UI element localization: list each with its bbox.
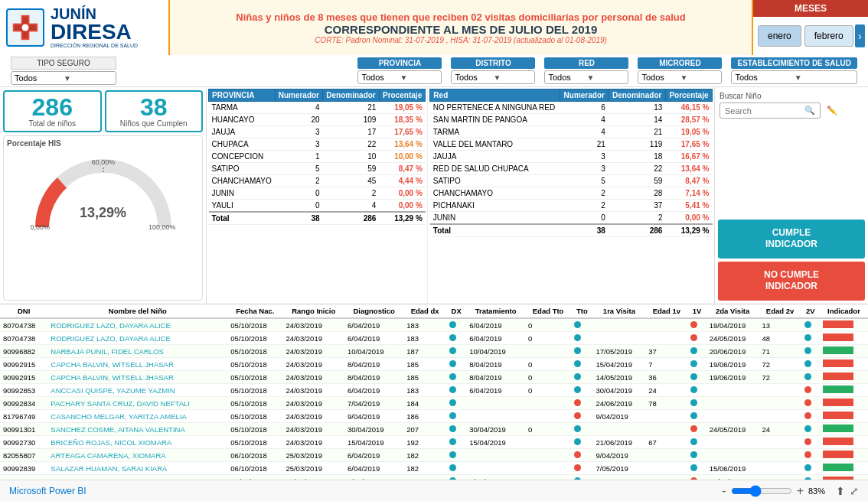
establecimiento-arrow-icon: ▼ xyxy=(795,73,853,82)
microred-label: MICRORED xyxy=(638,57,722,69)
logo-cross-icon xyxy=(6,8,44,47)
table-row: 5 xyxy=(560,175,609,187)
table-cell xyxy=(645,423,687,436)
expand-icon[interactable]: ⤢ xyxy=(850,485,859,497)
table-cell xyxy=(687,462,706,475)
cumple-indicador-button[interactable]: CUMPLE INDICADOR xyxy=(718,220,865,259)
zoom-plus-button[interactable]: + xyxy=(797,484,804,498)
mes-enero-button[interactable]: enero xyxy=(758,25,801,47)
table-cell xyxy=(820,318,868,332)
table-row: TARMA xyxy=(209,102,276,114)
table-cell xyxy=(446,358,466,371)
table-cell: 24/06/2019 xyxy=(592,397,645,410)
table-cell: 24 xyxy=(645,384,687,397)
table-cell xyxy=(446,371,466,384)
no-cumple-indicador-button[interactable]: NO CUMPLE INDICADOR xyxy=(718,262,865,301)
table-cell: 0 xyxy=(525,318,571,332)
gauge-label-left: 0,00% xyxy=(31,223,51,231)
meses-next-button[interactable]: › xyxy=(855,24,865,47)
zoom-slider[interactable] xyxy=(731,485,792,497)
table-cell xyxy=(801,318,820,332)
data-table-row: 90991301SANCHEZ COSME, AITANA VALENTINA0… xyxy=(0,423,868,436)
powerbi-link[interactable]: Microsoft Power BI xyxy=(9,486,86,496)
table-row: 59 xyxy=(323,163,380,175)
data-table-header: Tratamiento xyxy=(466,304,525,318)
table-cell: 90992839 xyxy=(0,462,47,475)
table-row: 4 xyxy=(560,114,609,126)
table-cell: 81796749 xyxy=(0,410,47,423)
table-cell xyxy=(571,397,592,410)
red-table-panel: Red Numerador Denominador Porcentaje NO … xyxy=(428,87,714,304)
table-row: PICHANAKI xyxy=(430,200,560,212)
provincia-select[interactable]: Todos ▼ xyxy=(357,70,442,84)
table-cell xyxy=(801,423,820,436)
tables-row: PROVINCIA Numerador Denominador Procenta… xyxy=(207,87,714,304)
table-cell: 184 xyxy=(403,397,446,410)
table-cell: 7 xyxy=(645,358,687,371)
table-cell xyxy=(820,332,868,345)
table-row: 0,00 % xyxy=(379,187,425,200)
tipo-seguro-arrow-icon: ▼ xyxy=(64,74,113,83)
table-row: 19,05 % xyxy=(379,102,425,114)
no-cumple-line2: INDICADOR xyxy=(724,281,859,293)
data-table-row: 90992839SALAZAR HUAMAN, SARAI KIARA06/10… xyxy=(0,462,868,475)
table-row: CHANCHAMAYO xyxy=(209,175,276,187)
tipo-seguro-label: TIPO SEGURO xyxy=(11,57,116,70)
denominador-col-header: Denominador xyxy=(323,89,380,102)
table-cell: 6/04/2019 xyxy=(344,318,403,332)
table-cell: 24/03/2019 xyxy=(282,410,344,423)
table-cell xyxy=(687,397,706,410)
table-row: 22 xyxy=(609,163,666,175)
data-table-header: Fecha Nac. xyxy=(227,304,282,318)
search-input[interactable] xyxy=(725,106,801,115)
tipo-seguro-select[interactable]: Todos ▼ xyxy=(11,71,116,85)
table-cell: 05/10/2018 xyxy=(227,436,282,449)
establecimiento-select[interactable]: Todos ▼ xyxy=(731,70,857,84)
search-icon: 🔍 xyxy=(804,106,815,115)
table-cell: 15/04/2019 xyxy=(344,436,403,449)
zoom-minus-button[interactable]: - xyxy=(722,484,726,498)
red-select[interactable]: Todos ▼ xyxy=(544,70,628,84)
data-table-row: 80704738RODRIGUEZ LAZO, DAYARA ALICE05/1… xyxy=(0,332,868,345)
table-row: 119 xyxy=(609,138,666,151)
microred-select[interactable]: Todos ▼ xyxy=(638,70,722,84)
data-table-section: DNINombre del NiñoFecha Nac.Rango Inicio… xyxy=(0,304,868,480)
table-cell: 9/04/2019 xyxy=(592,449,645,462)
table-cell xyxy=(446,384,466,397)
table-cell: 10/04/2019 xyxy=(344,345,403,358)
share-icon[interactable]: ⬆ xyxy=(836,485,845,497)
table-cell xyxy=(759,410,801,423)
table-cell: 05/10/2018 xyxy=(227,397,282,410)
red-arrow-icon: ▼ xyxy=(586,73,625,82)
distrito-select[interactable]: Todos ▼ xyxy=(451,70,535,84)
table-cell: 6/04/2019 xyxy=(344,332,403,345)
distrito-filter: DISTRITO Todos ▼ xyxy=(446,55,540,86)
table-cell: 183 xyxy=(403,318,446,332)
search-edit-icon[interactable]: ✏️ xyxy=(827,106,837,115)
table-cell: 0 xyxy=(525,423,571,436)
table-cell: 6/04/2019 xyxy=(466,384,525,397)
table-cell xyxy=(820,436,868,449)
table-cell: 24/03/2019 xyxy=(282,371,344,384)
table-row: 21 xyxy=(609,126,666,138)
table-cell: 6/04/2019 xyxy=(466,318,525,332)
table-cell: 24/03/2019 xyxy=(282,397,344,410)
body-area: 286 Total de niños 38 Niños que Cumplen … xyxy=(0,87,868,480)
table-cell: 15/06/2019 xyxy=(706,462,759,475)
table-row: 21 xyxy=(323,102,380,114)
table-row: 45 xyxy=(323,175,380,187)
table-row: 2 xyxy=(609,212,666,225)
table-cell: 8/04/2019 xyxy=(466,371,525,384)
table-cell: 90996882 xyxy=(0,345,47,358)
search-section: Buscar Niño 🔍 ✏️ xyxy=(718,90,865,120)
table-cell: 183 xyxy=(403,332,446,345)
table-row: 4,44 % xyxy=(379,175,425,187)
table-row: 286 xyxy=(609,224,666,237)
table-cell: 05/10/2018 xyxy=(227,318,282,332)
table-cell: 82055807 xyxy=(0,449,47,462)
mes-febrero-button[interactable]: febrero xyxy=(804,25,853,47)
table-cell: 24/05/2019 xyxy=(706,423,759,436)
microred-filter: MICRORED Todos ▼ xyxy=(633,55,726,86)
table-cell xyxy=(820,423,868,436)
logo-junin: JUNÍN xyxy=(51,6,138,21)
